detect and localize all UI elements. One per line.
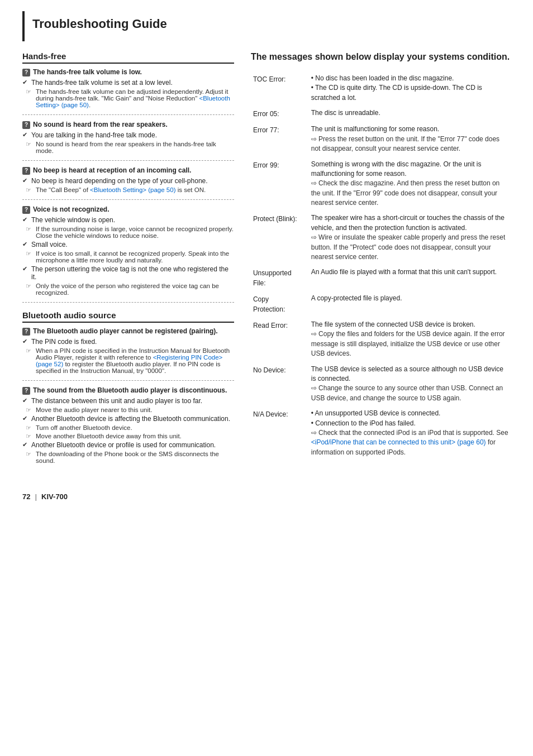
hf4-note3: Only the voice of the person who registe… xyxy=(22,283,234,296)
error-row-read: Read Error: The file system of the conne… xyxy=(251,317,511,362)
section-bluetooth-audio: Bluetooth audio source xyxy=(22,310,234,323)
error-code-copy: Copy Protection: xyxy=(251,291,309,317)
question-bt2: ? The sound from the Bluetooth audio pla… xyxy=(22,386,234,470)
question-icon-bt1: ? xyxy=(22,328,30,336)
error-desc-05: The disc is unreadable. xyxy=(309,106,511,122)
bt2-check3: Another Bluetooth device or profile is u… xyxy=(22,441,234,449)
error-row-77: Error 77: The unit is malfunctioning for… xyxy=(251,122,511,156)
hf4-check1: The vehicle window is open. xyxy=(22,216,234,224)
question-hf2: ? No sound is heard from the rear speake… xyxy=(22,121,234,161)
error-code-99: Error 99: xyxy=(251,157,309,211)
hf4-note1: If the surrounding noise is large, voice… xyxy=(22,226,234,239)
bluetooth-setting-link-1[interactable]: <Bluetooth Setting> (page 50) xyxy=(36,95,230,108)
error-read-action: Copy the files and folders for the USB d… xyxy=(311,330,505,357)
bt1-check1: The PIN code is fixed. xyxy=(22,338,234,346)
bt2-check1: The distance between this unit and audio… xyxy=(22,397,234,405)
hf2-check1: You are talking in the hand-free talk mo… xyxy=(22,131,234,139)
error-99-action: Check the disc magazine. And then press … xyxy=(311,179,500,207)
footer-page-number: 72 xyxy=(22,492,30,501)
error-desc-toc: • No disc has been loaded in the disc ma… xyxy=(309,71,511,106)
error-row-protect: Protect (Blink): The speaker wire has a … xyxy=(251,210,511,265)
question-icon-3: ? xyxy=(22,167,30,175)
footer: 72 | KIV-700 xyxy=(22,492,511,501)
q-hf3-title: ? No beep is heard at reception of an in… xyxy=(22,166,234,175)
question-icon: ? xyxy=(22,69,30,76)
hf3-check1: No beep is heard depending on the type o… xyxy=(22,177,234,185)
question-hf1: ? The hands-free talk volume is low. The… xyxy=(22,68,234,115)
hf1-note1: The hands-free talk volume can be adjust… xyxy=(22,88,234,108)
registering-pin-code-link[interactable]: <Registering PIN Code> (page 52) xyxy=(36,354,222,367)
footer-divider: | xyxy=(35,492,37,501)
page-title: Troubleshooting Guide xyxy=(22,11,511,41)
error-code-77: Error 77: xyxy=(251,122,309,156)
error-code-unsupported: Unsupported File: xyxy=(251,265,309,291)
q-bt1-title: ? The Bluetooth audio player cannot be r… xyxy=(22,327,234,336)
right-section-title: The messages shown below display your sy… xyxy=(251,51,511,63)
hf4-note2: If voice is too small, it cannot be reco… xyxy=(22,250,234,264)
error-code-read: Read Error: xyxy=(251,317,309,362)
error-desc-unsupported: An Audio file is played with a format th… xyxy=(309,265,511,291)
question-bt1: ? The Bluetooth audio player cannot be r… xyxy=(22,327,234,381)
error-row-toc: TOC Error: • No disc has been loaded in … xyxy=(251,71,511,106)
hf2-note1: No sound is heard from the rear speakers… xyxy=(22,141,234,154)
error-table: TOC Error: • No disc has been loaded in … xyxy=(251,71,511,460)
q-hf2-title: ? No sound is heard from the rear speake… xyxy=(22,121,234,129)
hf3-note1: The "Call Beep" of <Bluetooth Setting> (… xyxy=(22,186,234,193)
ipod-iphone-link[interactable]: <iPod/iPhone that can be connected to th… xyxy=(311,438,486,446)
error-77-action: Press the reset button on the unit. If t… xyxy=(311,135,499,152)
section-hands-free: Hands-free xyxy=(22,51,234,64)
bt2-note1: Move the audio player nearer to this uni… xyxy=(22,406,234,413)
error-no-device-action: Change the source to any source other th… xyxy=(311,384,503,401)
hf4-check3: The person uttering the voice tag is not… xyxy=(22,265,234,281)
question-icon-bt2: ? xyxy=(22,387,30,395)
question-hf4: ? Voice is not recognized. The vehicle w… xyxy=(22,205,234,303)
error-desc-read: The file system of the connected USB dev… xyxy=(309,317,511,362)
error-desc-na-device: • An unsupported USB device is connected… xyxy=(309,406,511,460)
bt2-note2: Turn off another Bluetooth device. xyxy=(22,424,234,431)
q-bt2-title: ? The sound from the Bluetooth audio pla… xyxy=(22,386,234,395)
error-code-no-device: No Device: xyxy=(251,362,309,406)
bt2-note4: The downloading of the Phone book or the… xyxy=(22,451,234,464)
left-column: Hands-free ? The hands-free talk volume … xyxy=(22,51,234,476)
error-row-no-device: No Device: The USB device is selected as… xyxy=(251,362,511,406)
bluetooth-setting-link-2[interactable]: <Bluetooth Setting> (page 50) xyxy=(90,186,175,193)
question-icon-4: ? xyxy=(22,206,30,214)
q-hf1-title: ? The hands-free talk volume is low. xyxy=(22,68,234,76)
bt1-note1: When a PIN code is specified in the Inst… xyxy=(22,347,234,374)
error-code-05: Error 05: xyxy=(251,106,309,122)
error-protect-action: Wire or insulate the speaker cable prope… xyxy=(311,233,506,261)
q-hf4-title: ? Voice is not recognized. xyxy=(22,205,234,214)
bt2-note3: Move another Bluetooth device away from … xyxy=(22,433,234,439)
error-code-na-device: N/A Device: xyxy=(251,406,309,460)
error-code-protect: Protect (Blink): xyxy=(251,210,309,265)
error-na-device-action: Check that the connected iPod is an iPod… xyxy=(311,429,508,456)
error-row-copy: Copy Protection: A copy-protected file i… xyxy=(251,291,511,317)
error-row-na-device: N/A Device: • An unsupported USB device … xyxy=(251,406,511,460)
bt2-check2: Another Bluetooth device is affecting th… xyxy=(22,415,234,423)
error-desc-copy: A copy-protected file is played. xyxy=(309,291,511,317)
error-row-99: Error 99: Something is wrong with the di… xyxy=(251,157,511,211)
question-icon-2: ? xyxy=(22,121,30,129)
footer-model: KIV-700 xyxy=(41,492,68,501)
error-desc-no-device: The USB device is selected as a source a… xyxy=(309,362,511,406)
right-column: The messages shown below display your sy… xyxy=(251,51,511,476)
hf4-check2: Small voice. xyxy=(22,241,234,248)
error-desc-77: The unit is malfunctioning for some reas… xyxy=(309,122,511,156)
error-code-toc: TOC Error: xyxy=(251,71,309,106)
error-desc-99: Something is wrong with the disc magazin… xyxy=(309,157,511,211)
hf1-check1: The hands-free talk volume is set at a l… xyxy=(22,79,234,87)
error-row-05: Error 05: The disc is unreadable. xyxy=(251,106,511,122)
question-hf3: ? No beep is heard at reception of an in… xyxy=(22,166,234,200)
error-row-unsupported: Unsupported File: An Audio file is playe… xyxy=(251,265,511,291)
error-desc-protect: The speaker wire has a short-circuit or … xyxy=(309,210,511,265)
